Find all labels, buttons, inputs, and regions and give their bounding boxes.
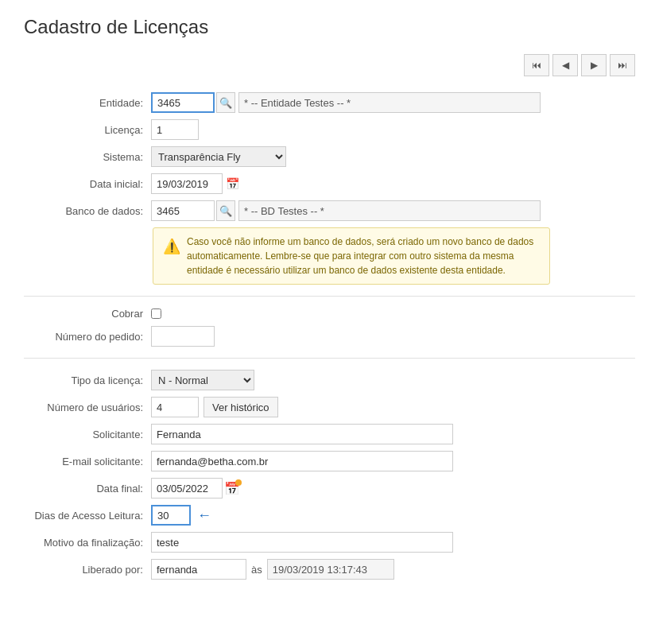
numero-pedido-row: Número do pedido: <box>24 326 635 347</box>
nav-first-button[interactable]: ⏮ <box>524 54 549 76</box>
nav-next-button[interactable]: ▶ <box>581 54 607 76</box>
banco-input[interactable] <box>151 200 215 221</box>
num-usuarios-label: Número de usuários: <box>24 402 151 413</box>
num-usuarios-input[interactable] <box>151 397 199 417</box>
email-label: E-mail solicitante: <box>24 456 151 467</box>
email-input[interactable] <box>151 451 453 471</box>
arrow-indicator: ← <box>197 507 211 524</box>
liberado-label: Liberado por: <box>24 564 151 576</box>
data-inicial-calendar-icon[interactable]: 📅 <box>226 177 239 190</box>
nav-next-icon: ▶ <box>591 60 598 71</box>
nav-first-icon: ⏮ <box>532 60 541 71</box>
dias-acesso-label: Dias de Acesso Leitura: <box>24 510 151 522</box>
liberado-input[interactable] <box>151 559 246 580</box>
navigation-bar: ⏮ ◀ ▶ ⏭ <box>24 54 635 76</box>
solicitante-row: Solicitante: <box>24 424 635 444</box>
divider-1 <box>24 296 635 297</box>
nav-prev-icon: ◀ <box>562 60 569 71</box>
entidade-input[interactable] <box>151 92 215 113</box>
data-inicial-input[interactable] <box>151 173 223 194</box>
email-row: E-mail solicitante: <box>24 451 635 471</box>
motivo-label: Motivo da finalização: <box>24 537 151 549</box>
tipo-licenca-label: Tipo da licença: <box>24 374 151 386</box>
search-icon-banco: 🔍 <box>219 205 232 217</box>
dias-acesso-row: Dias de Acesso Leitura: ← <box>24 505 635 526</box>
motivo-input[interactable] <box>151 532 453 553</box>
licenca-label: Licença: <box>24 124 151 136</box>
main-form: Entidade: 🔍 Licença: Sistema: Transparên… <box>24 92 635 285</box>
as-label: às <box>251 564 262 576</box>
banco-desc-input <box>238 200 541 221</box>
license-detail-section: Tipo da licença: N - Normal E - Especial… <box>24 370 635 580</box>
banco-label: Banco de dados: <box>24 205 151 217</box>
warning-icon: ⚠️ <box>163 236 180 258</box>
sistema-select[interactable]: Transparência Fly Outro Sistema <box>151 146 286 167</box>
ver-historico-button[interactable]: Ver histórico <box>204 397 278 417</box>
warning-box: ⚠️ Caso você não informe um banco de dad… <box>153 227 550 285</box>
data-final-calendar-wrap: 📅 <box>224 481 240 496</box>
liberado-row: Liberado por: às <box>24 559 635 580</box>
data-final-input[interactable] <box>151 478 223 499</box>
numero-pedido-label: Número do pedido: <box>24 331 151 343</box>
motivo-row: Motivo da finalização: <box>24 532 635 553</box>
data-final-label: Data final: <box>24 483 151 495</box>
divider-2 <box>24 358 635 359</box>
tipo-licenca-row: Tipo da licença: N - Normal E - Especial… <box>24 370 635 390</box>
entidade-search-button[interactable]: 🔍 <box>216 92 235 113</box>
data-final-wrap: 📅 <box>151 478 240 499</box>
dias-acesso-input[interactable] <box>151 505 191 526</box>
banco-row: Banco de dados: 🔍 <box>24 200 635 221</box>
data-inicial-label: Data inicial: <box>24 178 151 190</box>
numero-pedido-input[interactable] <box>151 326 215 347</box>
sistema-row: Sistema: Transparência Fly Outro Sistema <box>24 146 635 167</box>
sistema-label: Sistema: <box>24 151 151 163</box>
tipo-licenca-select[interactable]: N - Normal E - Especial T - Temporária <box>151 370 254 390</box>
solicitante-label: Solicitante: <box>24 429 151 440</box>
nav-last-button[interactable]: ⏭ <box>610 54 635 76</box>
nav-last-icon: ⏭ <box>618 60 627 71</box>
licenca-input[interactable] <box>151 119 199 140</box>
cobrar-checkbox[interactable] <box>151 308 161 319</box>
liberado-dt-input <box>267 559 394 580</box>
cobrar-label: Cobrar <box>24 308 151 320</box>
data-inicial-row: Data inicial: 📅 <box>24 173 635 194</box>
entidade-row: Entidade: 🔍 <box>24 92 635 113</box>
page-title: Cadastro de Licenças <box>24 16 635 38</box>
solicitante-input[interactable] <box>151 424 453 444</box>
billing-section: Cobrar Número do pedido: <box>24 308 635 347</box>
warning-text: Caso você não informe um banco de dados,… <box>187 235 540 277</box>
cobrar-row: Cobrar <box>24 308 635 320</box>
licenca-row: Licença: <box>24 119 635 140</box>
nav-prev-button[interactable]: ◀ <box>552 54 578 76</box>
data-final-row: Data final: 📅 <box>24 478 635 499</box>
data-final-calendar-dot <box>235 479 242 486</box>
cobrar-checkbox-wrap <box>151 308 161 319</box>
search-icon: 🔍 <box>219 97 232 109</box>
entidade-desc-input <box>238 92 541 113</box>
banco-search-button[interactable]: 🔍 <box>216 200 235 221</box>
entidade-label: Entidade: <box>24 97 151 109</box>
num-usuarios-row: Número de usuários: Ver histórico <box>24 397 635 417</box>
